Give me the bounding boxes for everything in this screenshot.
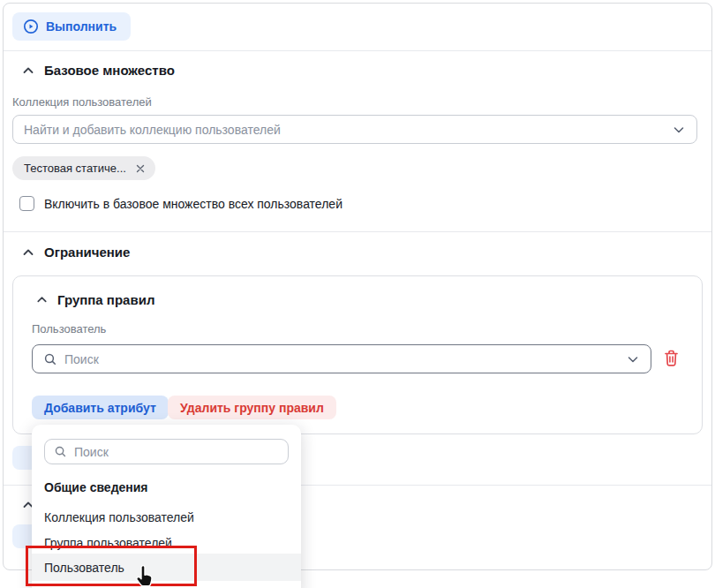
play-circle-icon xyxy=(23,19,39,34)
collection-select-input[interactable] xyxy=(24,123,665,137)
chevron-down-icon[interactable] xyxy=(626,352,640,366)
section-restriction-title: Ограничение xyxy=(44,245,130,260)
add-attribute-button[interactable]: Добавить атрибут xyxy=(32,396,169,419)
delete-rule-group-button[interactable]: Удалить группу правил xyxy=(168,396,336,419)
dropdown-item-user[interactable]: Пользователь xyxy=(32,554,301,581)
screen: Выполнить Базовое множество Коллекция по… xyxy=(0,0,715,588)
chevron-up-icon xyxy=(35,293,49,306)
dropdown-search[interactable] xyxy=(44,439,289,464)
rule-group-header[interactable]: Группа правил xyxy=(35,292,154,307)
section-base-set-header[interactable]: Базовое множество xyxy=(21,63,175,78)
include-all-users-checkbox[interactable] xyxy=(19,196,34,211)
divider xyxy=(4,231,711,232)
run-button-label: Выполнить xyxy=(46,19,117,34)
chip-remove-icon[interactable] xyxy=(134,162,147,175)
trash-icon xyxy=(662,358,681,372)
user-search-select[interactable] xyxy=(32,344,651,373)
add-attribute-label: Добавить атрибут xyxy=(44,401,156,415)
user-field-label: Пользователь xyxy=(32,322,106,335)
dropdown-group-header: Общие сведения xyxy=(44,480,148,494)
chevron-down-icon[interactable] xyxy=(672,123,686,137)
run-button[interactable]: Выполнить xyxy=(12,12,131,41)
dropdown-item-user-collection[interactable]: Коллекция пользователей xyxy=(32,504,301,530)
section-base-set-title: Базовое множество xyxy=(44,63,175,78)
dropdown-item-user-group[interactable]: Группа пользователей xyxy=(32,530,301,555)
selected-collection-chip: Тестовая статиче... xyxy=(12,156,155,180)
include-all-users-row: Включить в базовое множество всех пользо… xyxy=(19,196,342,211)
search-icon xyxy=(54,445,67,458)
include-all-users-label: Включить в базовое множество всех пользо… xyxy=(44,197,342,211)
divider xyxy=(4,50,711,51)
collection-select[interactable] xyxy=(12,115,697,144)
chip-label: Тестовая статиче... xyxy=(24,162,126,175)
attribute-dropdown: Общие сведения Коллекция пользователей Г… xyxy=(32,425,301,588)
rule-group-title: Группа правил xyxy=(57,292,154,307)
dropdown-search-input[interactable] xyxy=(74,445,279,459)
delete-rule-icon-button[interactable] xyxy=(662,349,681,372)
collection-field-label: Коллекция пользователей xyxy=(12,95,152,109)
chevron-up-icon xyxy=(21,245,35,260)
search-icon xyxy=(43,352,57,366)
section-restriction-header[interactable]: Ограничение xyxy=(21,245,130,260)
chevron-up-icon xyxy=(21,64,35,78)
user-search-input[interactable] xyxy=(64,352,619,366)
delete-rule-group-label: Удалить группу правил xyxy=(180,401,324,415)
